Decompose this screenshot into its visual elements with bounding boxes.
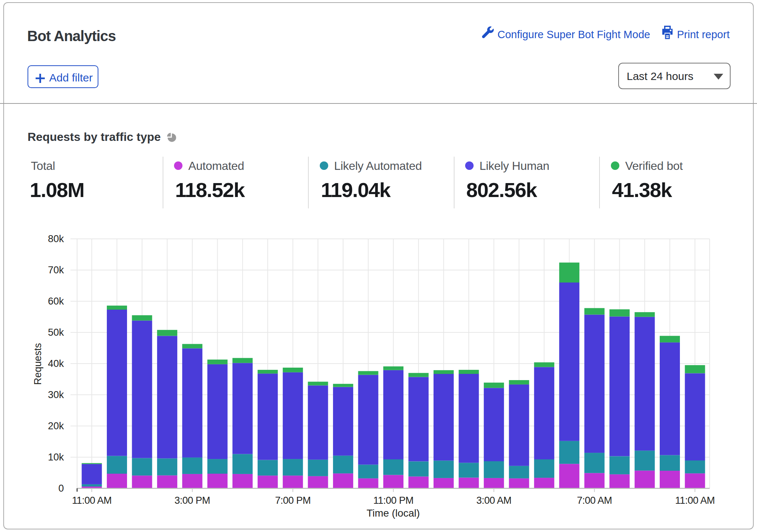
svg-text:7:00 PM: 7:00 PM: [275, 495, 311, 506]
svg-text:Requests: Requests: [32, 343, 43, 385]
svg-text:11:00 AM: 11:00 AM: [675, 495, 715, 506]
svg-text:3:00 PM: 3:00 PM: [174, 495, 210, 506]
svg-text:0: 0: [58, 483, 64, 494]
svg-text:Time (local): Time (local): [366, 507, 420, 519]
svg-text:7:00 AM: 7:00 AM: [577, 495, 612, 506]
svg-text:60k: 60k: [48, 296, 64, 307]
svg-text:20k: 20k: [48, 420, 64, 431]
svg-text:70k: 70k: [48, 265, 64, 276]
svg-text:50k: 50k: [48, 327, 64, 338]
svg-text:40k: 40k: [48, 358, 64, 369]
svg-text:30k: 30k: [48, 389, 64, 400]
svg-text:80k: 80k: [48, 233, 64, 244]
svg-text:10k: 10k: [48, 452, 64, 463]
svg-text:11:00 PM: 11:00 PM: [373, 495, 414, 506]
svg-text:11:00 AM: 11:00 AM: [72, 495, 112, 506]
svg-text:3:00 AM: 3:00 AM: [477, 495, 512, 506]
